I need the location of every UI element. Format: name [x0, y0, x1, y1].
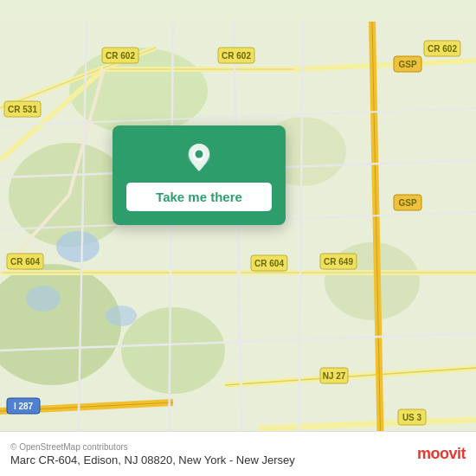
cr602-right-label: CR 602	[428, 44, 457, 54]
location-card: Take me there	[113, 125, 286, 225]
cr602-top-label: CR 602	[222, 51, 251, 61]
cr604-center-label: CR 604	[254, 259, 284, 268]
bottom-bar: © OpenStreetMap contributors Marc CR-604…	[0, 431, 476, 476]
moovit-logo: moovit	[417, 445, 466, 463]
svg-point-9	[106, 306, 137, 326]
nj27-label: NJ 27	[323, 371, 346, 381]
cr649-label: CR 649	[324, 257, 353, 267]
svg-point-8	[26, 286, 61, 312]
gsp-top-label: GSP	[398, 60, 416, 69]
moovit-brand-text: moovit	[417, 445, 466, 463]
cr531-label: CR 531	[8, 105, 37, 114]
i287-label: I 287	[14, 402, 34, 411]
osm-attribution: © OpenStreetMap contributors	[10, 442, 407, 452]
take-me-there-button[interactable]: Take me there	[126, 183, 272, 211]
us3-label: US 3	[402, 413, 422, 422]
map-background: CR 531 CR 602 CR 602 CR 602 CR 604 CR 60…	[0, 0, 476, 476]
cr604-left-label: CR 604	[10, 257, 40, 267]
map-container: CR 531 CR 602 CR 602 CR 602 CR 604 CR 60…	[0, 0, 476, 476]
bottom-info: © OpenStreetMap contributors Marc CR-604…	[10, 442, 407, 466]
gsp-mid-label: GSP	[398, 198, 416, 208]
svg-point-49	[196, 151, 203, 158]
location-pin-icon	[183, 141, 215, 174]
location-title: Marc CR-604, Edison, NJ 08820, New York …	[10, 453, 407, 466]
cr602-left-label: CR 602	[106, 51, 135, 61]
svg-point-3	[121, 307, 225, 394]
svg-point-7	[56, 231, 100, 262]
